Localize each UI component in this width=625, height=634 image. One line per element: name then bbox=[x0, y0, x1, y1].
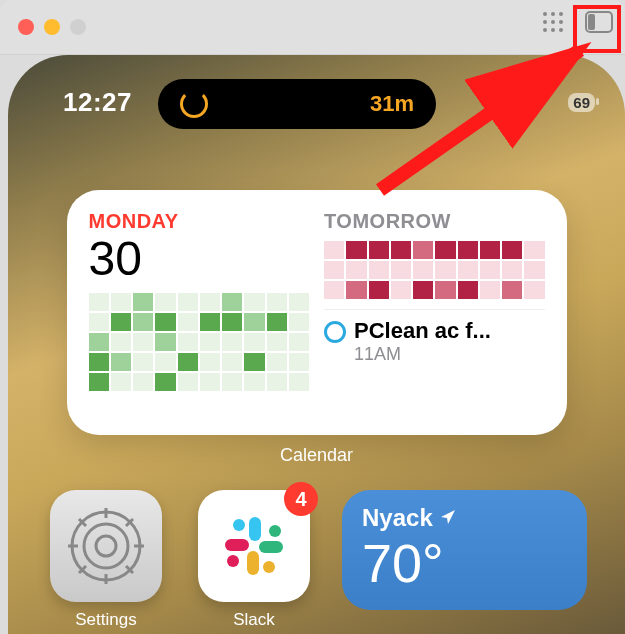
location-arrow-icon bbox=[439, 504, 457, 532]
annotation-highlight-box bbox=[573, 5, 621, 53]
svg-point-3 bbox=[543, 20, 547, 24]
svg-rect-23 bbox=[249, 517, 261, 541]
svg-point-0 bbox=[543, 12, 547, 16]
timer-spinner-icon bbox=[180, 90, 208, 118]
today-label: MONDAY bbox=[89, 210, 310, 233]
app-label: Slack bbox=[233, 610, 275, 630]
redacted-events-tomorrow bbox=[324, 241, 545, 301]
event-title: PClean ac f... bbox=[354, 318, 491, 344]
svg-rect-24 bbox=[259, 541, 283, 553]
svg-point-4 bbox=[551, 20, 555, 24]
dialpad-icon[interactable] bbox=[541, 10, 565, 34]
tomorrow-label: TOMORROW bbox=[324, 210, 545, 233]
weather-widget[interactable]: Nyack 70° bbox=[342, 490, 587, 610]
close-window-button[interactable] bbox=[18, 19, 34, 35]
weather-location: Nyack bbox=[362, 504, 433, 532]
svg-point-28 bbox=[269, 525, 281, 537]
svg-point-14 bbox=[96, 536, 116, 556]
svg-rect-26 bbox=[225, 539, 249, 551]
settings-app[interactable]: Settings bbox=[46, 490, 166, 630]
svg-point-1 bbox=[551, 12, 555, 16]
minimize-window-button[interactable] bbox=[44, 19, 60, 35]
tomorrow-event[interactable]: PClean ac f... 11AM bbox=[324, 309, 545, 365]
calendar-widget[interactable]: MONDAY 30 TOMORROW PClean ac f... bbox=[67, 190, 567, 435]
svg-point-13 bbox=[84, 524, 128, 568]
maximize-window-button[interactable] bbox=[70, 19, 86, 35]
notification-badge: 4 bbox=[284, 482, 318, 516]
reminder-circle-icon bbox=[324, 321, 346, 343]
svg-point-29 bbox=[263, 561, 275, 573]
weather-temperature: 70° bbox=[362, 536, 567, 590]
svg-point-5 bbox=[559, 20, 563, 24]
app-label: Settings bbox=[75, 610, 136, 630]
widget-label: Calendar bbox=[8, 445, 625, 466]
svg-rect-25 bbox=[247, 551, 259, 575]
slack-app[interactable]: 4 Slack bbox=[194, 490, 314, 630]
svg-line-11 bbox=[380, 50, 580, 190]
settings-icon bbox=[50, 490, 162, 602]
event-time: 11AM bbox=[354, 344, 491, 365]
svg-point-7 bbox=[551, 28, 555, 32]
status-time: 12:27 bbox=[63, 87, 132, 118]
today-date: 30 bbox=[89, 235, 310, 283]
svg-point-30 bbox=[227, 555, 239, 567]
redacted-events-today bbox=[89, 293, 310, 393]
home-apps-row: Settings 4 Slack Nyack bbox=[8, 466, 625, 630]
svg-point-8 bbox=[559, 28, 563, 32]
svg-point-27 bbox=[233, 519, 245, 531]
traffic-lights bbox=[18, 19, 86, 35]
svg-point-2 bbox=[559, 12, 563, 16]
annotation-arrow bbox=[370, 40, 620, 200]
svg-point-6 bbox=[543, 28, 547, 32]
